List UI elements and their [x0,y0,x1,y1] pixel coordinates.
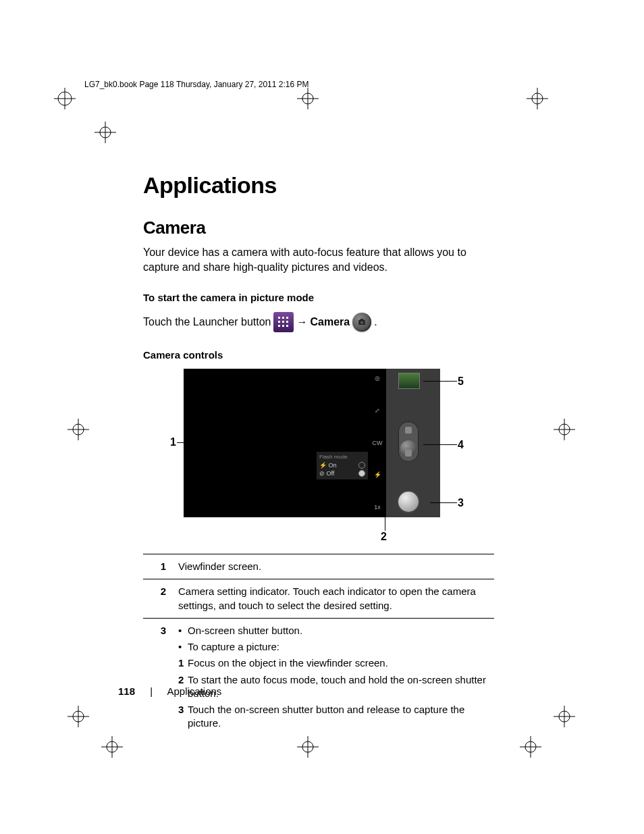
callout-5: 5 [458,375,464,388]
list-item: Focus on the object in the viewfinder sc… [178,656,490,670]
leader-2 [385,517,385,531]
leader-3 [430,502,457,503]
page-footer: 118 | Applications [118,685,221,697]
list-item: On-screen shutter button. [178,624,490,637]
launch-prefix: Touch the Launcher button [143,311,271,333]
callout-3: 3 [458,497,464,509]
shutter-button [398,492,419,512]
flash-option-off: ⊘ Off [319,469,365,477]
page-number: 118 [118,685,135,697]
registration-mark-icon [54,88,76,109]
subhead-camera-controls: Camera controls [143,349,494,361]
viewfinder-area [184,369,386,517]
period: . [374,311,377,333]
registration-mark-icon [554,706,575,727]
row-number: 1 [143,554,174,579]
registration-mark-icon [297,88,319,109]
flash-option-on: ⚡ On [319,461,365,469]
camera-figure: ◎ ⤢ CW ⚡ 1x Flash mode ⚡ On ⊘ Off [143,369,494,544]
launcher-icon [273,312,294,332]
camera-icon [352,313,371,332]
list-item: Touch the on-screen shutter button and r… [178,703,490,731]
svg-point-9 [360,321,364,324]
leader-5 [423,381,457,382]
list-item: To start the auto focus mode, touch and … [178,673,490,701]
leader-4 [423,444,457,445]
registration-mark-icon [297,736,319,758]
subhead-start-camera: To start the camera in picture mode [143,292,494,303]
arrow-glyph: → [296,311,307,333]
thumbnail-preview [398,373,420,389]
print-header: LG7_bk0.book Page 118 Thursday, January … [84,80,308,89]
row-text: Camera setting indicator. Touch each ind… [174,579,494,619]
camera-word: Camera [310,311,350,333]
table-row: 3 On-screen shutter button. To capture a… [143,618,494,738]
indicator-flash-icon: ⚡ [374,472,381,478]
leader-1 [177,442,185,443]
table-row: 2 Camera setting indicator. Touch each i… [143,579,494,619]
table-row: 1 Viewfinder screen. [143,554,494,579]
row-text: Viewfinder screen. [174,554,494,579]
mode-switch [398,421,419,462]
svg-rect-2 [286,317,288,319]
camera-mock: ◎ ⤢ CW ⚡ 1x Flash mode ⚡ On ⊘ Off [184,369,440,517]
indicator-wb-icon: ◎ [375,375,380,382]
registration-mark-icon [95,122,116,143]
svg-rect-5 [286,321,288,323]
indicator-color-label: CW [373,440,383,446]
flash-mode-popup: Flash mode ⚡ On ⊘ Off [316,451,369,480]
footer-separator: | [150,685,153,697]
svg-rect-8 [286,325,288,327]
intro-paragraph: Your device has a camera with auto-focus… [143,245,494,274]
svg-rect-6 [278,325,280,327]
registration-mark-icon [68,706,89,727]
settings-indicator-strip: ◎ ⤢ CW ⚡ 1x [370,369,385,517]
footer-section: Applications [167,685,221,697]
flash-popup-title: Flash mode [319,454,365,460]
page-title: Applications [143,172,494,199]
controls-table: 1 Viewfinder screen. 2 Camera setting in… [143,554,494,739]
svg-rect-7 [282,325,284,327]
svg-rect-3 [278,321,280,323]
registration-mark-icon [554,419,575,440]
row-number: 2 [143,579,174,619]
registration-mark-icon [101,736,123,758]
svg-rect-1 [282,317,284,319]
video-mode-icon [405,427,412,434]
section-heading: Camera [143,217,494,238]
list-item: To capture a picture: [178,640,490,654]
row-text: On-screen shutter button. To capture a p… [174,618,494,738]
callout-4: 4 [458,439,464,451]
svg-rect-0 [278,317,280,319]
registration-mark-icon [68,419,89,440]
registration-mark-icon [527,88,548,109]
indicator-exposure-icon: ⤢ [375,408,380,414]
indicator-zoom-label: 1x [374,504,381,511]
row-number: 3 [143,618,174,738]
callout-1: 1 [170,436,176,448]
launch-instruction: Touch the Launcher button → Camera . [143,311,494,333]
registration-mark-icon [520,736,541,758]
callout-2: 2 [381,531,387,543]
photo-mode-icon [405,450,412,457]
svg-rect-4 [282,321,284,323]
